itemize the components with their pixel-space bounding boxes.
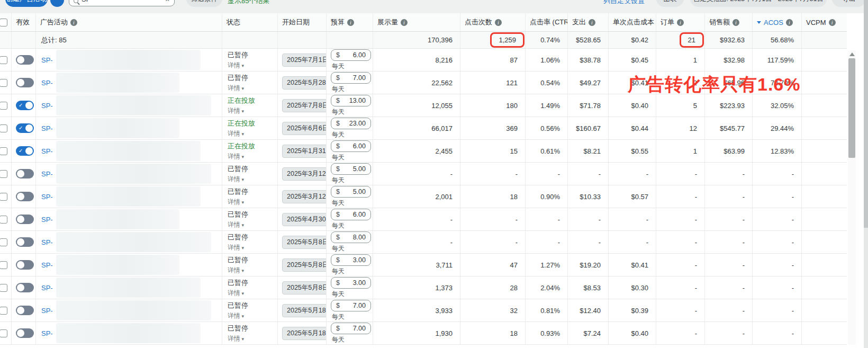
col-sales[interactable]: 销售额 <box>705 13 753 31</box>
row-checkbox[interactable] <box>0 124 7 132</box>
status-detail-link[interactable]: 详情 <box>228 289 244 298</box>
info-icon[interactable] <box>495 19 502 26</box>
campaign-link[interactable]: SP- <box>41 170 53 178</box>
page-scrollbar-thumb[interactable] <box>864 0 868 228</box>
filter-button[interactable]: 筛选条件 <box>186 0 222 7</box>
status-detail-link[interactable]: 详情 <box>228 152 244 161</box>
row-checkbox[interactable] <box>0 56 7 64</box>
budget-input[interactable]: $ 7.00 <box>331 323 371 334</box>
budget-input[interactable]: $ 7.00 <box>331 300 371 311</box>
col-ctr[interactable]: 点击率 (CTR) <box>526 13 568 31</box>
row-checkbox[interactable] <box>0 307 7 315</box>
budget-input[interactable]: $ 5.00 <box>331 186 371 198</box>
budget-input[interactable]: $ 6.00 <box>331 209 371 220</box>
info-icon[interactable] <box>677 19 684 26</box>
scrollbar-thumb[interactable] <box>848 58 855 158</box>
start-date-chip[interactable]: 2025年4月30日 <box>282 213 327 226</box>
row-checkbox[interactable] <box>0 261 7 269</box>
active-toggle[interactable] <box>16 237 34 247</box>
campaign-link[interactable]: SP- <box>41 147 53 155</box>
status-detail-link[interactable]: 详情 <box>228 106 244 115</box>
start-date-chip[interactable]: 2025年5月18日 <box>282 327 327 340</box>
budget-input[interactable]: $ 8.00 <box>331 231 371 243</box>
graphs-button[interactable]: 图表 <box>656 0 684 7</box>
info-icon[interactable] <box>786 19 793 26</box>
export-button[interactable]: 导出 <box>832 0 866 7</box>
start-date-chip[interactable]: 2025年6月6日 <box>282 122 327 135</box>
col-orders[interactable]: 订单 <box>656 13 705 31</box>
col-acos-sorted[interactable]: ACOS <box>753 13 802 31</box>
table-scrollbar[interactable] <box>848 50 856 345</box>
active-toggle[interactable] <box>16 260 34 270</box>
info-icon[interactable] <box>733 19 739 26</box>
row-checkbox[interactable] <box>0 193 7 201</box>
col-cpc[interactable]: 单次点击成本 (CPC) <box>609 13 656 31</box>
budget-input[interactable]: $ 7.00 <box>331 72 371 84</box>
start-date-chip[interactable]: 2025年5月8日 <box>282 258 327 272</box>
status-detail-link[interactable]: 详情 <box>228 311 244 320</box>
active-toggle[interactable] <box>16 55 34 65</box>
start-date-chip[interactable]: 2025年3月12日 <box>282 190 327 203</box>
info-icon[interactable] <box>829 19 836 26</box>
row-checkbox[interactable] <box>0 238 7 246</box>
date-range-button[interactable]: 自定义范围: 2025年7月1日 - 2025年7月31日 <box>690 0 827 7</box>
row-checkbox[interactable] <box>0 284 7 292</box>
active-toggle[interactable] <box>16 78 34 87</box>
status-detail-link[interactable]: 详情 <box>228 266 244 275</box>
col-vcpm[interactable]: VCPM <box>802 13 847 31</box>
campaign-link[interactable]: SP- <box>41 261 53 269</box>
search-input[interactable]: SP <box>69 0 175 6</box>
budget-input[interactable]: $ 13.00 <box>331 95 371 106</box>
start-date-chip[interactable]: 2025年3月12日 <box>282 167 327 181</box>
info-icon[interactable] <box>401 19 408 26</box>
status-detail-link[interactable]: 详情 <box>228 334 244 343</box>
status-detail-link[interactable]: 详情 <box>228 84 244 93</box>
budget-input[interactable]: $ 3.00 <box>331 277 371 289</box>
start-date-chip[interactable]: 2025年5月18日 <box>282 304 327 317</box>
row-checkbox[interactable] <box>0 329 7 337</box>
active-toggle[interactable] <box>16 192 34 201</box>
campaign-link[interactable]: SP- <box>41 329 53 337</box>
campaign-link[interactable]: SP- <box>41 193 53 201</box>
campaign-link[interactable]: SP- <box>41 216 53 224</box>
active-toggle[interactable] <box>16 283 34 292</box>
budget-input[interactable]: $ 6.00 <box>331 140 371 152</box>
row-checkbox[interactable] <box>0 147 7 155</box>
active-toggle[interactable] <box>16 328 34 338</box>
start-date-chip[interactable]: 2025年7月8日 <box>282 99 327 112</box>
start-date-chip[interactable]: 2025年5月8日 <box>282 281 327 295</box>
scroll-up-icon[interactable] <box>849 52 855 56</box>
select-all-checkbox[interactable] <box>0 19 7 26</box>
start-date-chip[interactable]: 2025年1月31日 <box>282 145 327 158</box>
clear-search-icon[interactable] <box>165 0 170 3</box>
columns-link[interactable]: 列自定义设置 <box>603 0 645 4</box>
active-toggle[interactable] <box>16 306 34 315</box>
start-date-chip[interactable]: 2025年7月1日 <box>282 53 327 67</box>
budget-input[interactable]: $ 3.00 <box>331 254 371 266</box>
row-checkbox[interactable] <box>0 102 7 110</box>
active-toggle[interactable] <box>16 215 34 224</box>
campaign-link[interactable]: SP- <box>41 124 53 132</box>
info-icon[interactable] <box>347 19 354 26</box>
budget-input[interactable]: $ 5.00 <box>331 163 371 175</box>
campaign-link[interactable]: SP- <box>41 307 53 315</box>
info-icon[interactable] <box>70 19 77 26</box>
status-detail-link[interactable]: 详情 <box>228 220 244 229</box>
row-checkbox[interactable] <box>0 170 7 178</box>
active-toggle[interactable] <box>16 146 34 156</box>
campaign-link[interactable]: SP- <box>41 102 53 110</box>
campaign-link[interactable]: SP- <box>41 79 53 87</box>
status-detail-link[interactable]: 详情 <box>228 175 244 184</box>
start-date-chip[interactable]: 2025年5月8日 <box>282 236 327 249</box>
create-campaign-menu-button[interactable] <box>50 0 64 7</box>
budget-input[interactable]: $ 6.00 <box>331 49 371 61</box>
info-icon[interactable] <box>589 19 595 26</box>
row-checkbox[interactable] <box>0 216 7 224</box>
campaign-link[interactable]: SP- <box>41 238 53 246</box>
status-detail-link[interactable]: 详情 <box>228 129 244 138</box>
row-checkbox[interactable] <box>0 79 7 87</box>
create-campaign-button[interactable]: 创建广告活动 <box>5 0 48 7</box>
campaign-link[interactable]: SP- <box>41 284 53 292</box>
active-toggle[interactable] <box>16 123 34 133</box>
status-detail-link[interactable]: 详情 <box>228 61 244 70</box>
